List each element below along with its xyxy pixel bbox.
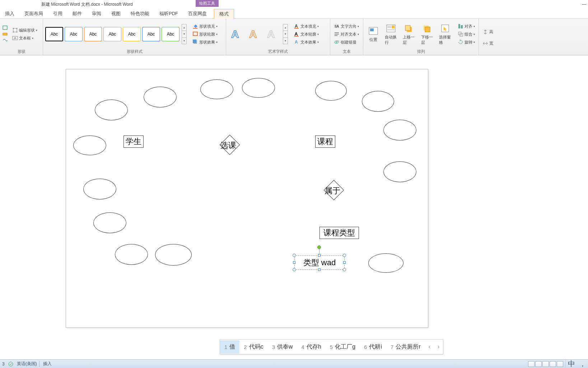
svg-rect-18: [294, 36, 299, 37]
ime-candidate-7[interactable]: 7公共厕所r: [386, 340, 425, 354]
rect-student[interactable]: 学生: [123, 135, 144, 148]
wordart-style-1[interactable]: A: [228, 27, 245, 42]
resize-handle-r[interactable]: [343, 261, 346, 264]
ime-candidate-3[interactable]: 3供奉w: [268, 340, 297, 354]
ime-candidate-1[interactable]: 1借: [220, 340, 239, 354]
width-button[interactable]: 宽: [481, 40, 495, 47]
status-mode[interactable]: 插入: [41, 361, 54, 367]
ime-candidate-2[interactable]: 2代码c: [239, 340, 267, 354]
shape-effects-button[interactable]: 形状效果▾: [191, 38, 219, 46]
tab-review[interactable]: 审阅: [87, 9, 106, 18]
shape-style-7[interactable]: Abc: [162, 27, 179, 41]
ellipse-shape[interactable]: [95, 100, 128, 120]
shape-thumb-3-icon[interactable]: [2, 37, 8, 43]
resize-handle-t[interactable]: [318, 254, 321, 257]
resize-handle-tr[interactable]: [343, 254, 346, 257]
height-button[interactable]: 高: [481, 28, 495, 36]
tab-mailings[interactable]: 邮件: [67, 9, 87, 18]
group-button[interactable]: 组合▾: [456, 31, 476, 38]
ime-language-indicator[interactable]: 中: [565, 359, 577, 368]
align-button[interactable]: 对齐▾: [456, 23, 476, 30]
wordart-style-3[interactable]: A: [264, 27, 281, 42]
text-outline-button[interactable]: A文本轮廓▾: [292, 31, 320, 38]
rotate-button[interactable]: 旋转▾: [456, 38, 476, 46]
wordart-gallery-scroll[interactable]: ▴▾▾: [283, 24, 288, 44]
view-full-screen-button[interactable]: [535, 361, 542, 367]
ellipse-shape[interactable]: [383, 120, 416, 141]
ime-candidate-5[interactable]: 5化工厂g: [326, 340, 360, 354]
shape-thumb-2-icon[interactable]: [2, 31, 8, 37]
ellipse-shape[interactable]: [115, 244, 148, 265]
ellipse-shape[interactable]: [144, 87, 177, 107]
ribbon-group-shapes: 编辑形状▾ A 文本框▾ 形状: [0, 19, 43, 55]
ellipse-shape[interactable]: [242, 78, 275, 98]
wordart-style-2[interactable]: A: [246, 27, 263, 42]
tab-view[interactable]: 视图: [106, 9, 126, 18]
diamond-select-course[interactable]: 选课: [223, 138, 237, 152]
edit-shape-button[interactable]: 编辑形状▾: [11, 27, 39, 34]
ellipse-shape[interactable]: [315, 81, 347, 101]
resize-handle-br[interactable]: [343, 268, 346, 271]
minimize-button[interactable]: —: [582, 2, 586, 7]
view-outline-button[interactable]: [550, 361, 556, 367]
text-box-button[interactable]: A 文本框▾: [11, 34, 39, 42]
view-print-layout-button[interactable]: [528, 361, 535, 367]
shape-effects-label: 形状效果: [199, 40, 215, 45]
resize-handle-bl[interactable]: [293, 268, 296, 271]
tab-references[interactable]: 引用: [48, 9, 67, 18]
shape-thumb-1-icon[interactable]: [2, 25, 8, 31]
tab-insert[interactable]: 插入: [0, 9, 19, 18]
tab-foxit[interactable]: 福昕PDF: [154, 9, 183, 18]
ellipse-shape[interactable]: [73, 135, 106, 155]
position-button[interactable]: 位置: [365, 25, 381, 43]
view-draft-button[interactable]: [557, 361, 563, 367]
rect-course-type[interactable]: 课程类型: [319, 227, 359, 239]
width-label: 宽: [489, 41, 493, 46]
shape-style-3[interactable]: Abc: [84, 27, 102, 41]
page-canvas[interactable]: 学生 课程 课程类型 选课 属于 类型 wad: [66, 69, 428, 328]
diamond-belongs-to[interactable]: 属于: [327, 183, 341, 197]
resize-handle-l[interactable]: [293, 261, 295, 264]
ellipse-shape[interactable]: [368, 253, 403, 273]
ellipse-shape[interactable]: [362, 91, 394, 112]
rotate-handle[interactable]: [317, 245, 321, 249]
shape-style-1[interactable]: Abc: [45, 27, 63, 41]
ellipse-shape[interactable]: [83, 179, 116, 199]
tab-baidu[interactable]: 百度网盘: [183, 9, 212, 18]
ellipse-shape[interactable]: [200, 79, 233, 99]
ime-candidate-6[interactable]: 6代耕i: [360, 340, 386, 354]
tab-format[interactable]: 格式: [214, 9, 234, 19]
tab-page-layout[interactable]: 页面布局: [19, 9, 48, 18]
resize-handle-b[interactable]: [318, 268, 321, 271]
resize-handle-tl[interactable]: [293, 254, 296, 257]
ellipse-shape[interactable]: [93, 212, 126, 233]
send-backward-button[interactable]: 下移一层: [419, 23, 435, 46]
view-web-layout-button[interactable]: [542, 361, 549, 367]
selection-pane-button[interactable]: 选择窗格: [437, 23, 453, 46]
bring-forward-button[interactable]: 上移一层: [401, 23, 417, 46]
shape-style-6[interactable]: Abc: [142, 27, 160, 41]
text-fill-button[interactable]: A文本填充▾: [292, 23, 320, 30]
tab-special[interactable]: 特色功能: [126, 9, 154, 18]
ime-candidate-4[interactable]: 4代存h: [297, 340, 326, 354]
ime-punctuation-indicator[interactable]: ，: [578, 360, 586, 368]
shape-outline-button[interactable]: 形状轮廓▾: [191, 31, 219, 38]
shape-style-5[interactable]: Abc: [123, 27, 141, 41]
style-gallery-scroll[interactable]: ▴▾▾: [182, 24, 187, 44]
ime-prev-button[interactable]: ‹: [425, 341, 434, 353]
rect-course[interactable]: 课程: [315, 135, 335, 148]
ellipse-shape[interactable]: [155, 244, 192, 266]
create-link-button[interactable]: 创建链接: [332, 38, 360, 46]
ellipse-shape[interactable]: [383, 161, 416, 182]
text-effects-button[interactable]: A文本效果▾: [292, 38, 320, 46]
status-language[interactable]: 英语(美国): [15, 361, 39, 367]
selected-textbox[interactable]: 类型 wad: [294, 256, 345, 270]
shape-style-4[interactable]: Abc: [103, 27, 121, 41]
wrap-text-button[interactable]: 自动换行: [383, 23, 399, 46]
shape-style-2[interactable]: Abc: [65, 27, 83, 41]
proofing-icon[interactable]: [8, 362, 13, 367]
align-text-button[interactable]: 对齐文本▾: [332, 31, 360, 38]
ime-next-button[interactable]: ›: [434, 341, 443, 353]
text-direction-button[interactable]: IIA文字方向▾: [332, 23, 360, 30]
shape-fill-button[interactable]: 形状填充▾: [191, 23, 219, 30]
